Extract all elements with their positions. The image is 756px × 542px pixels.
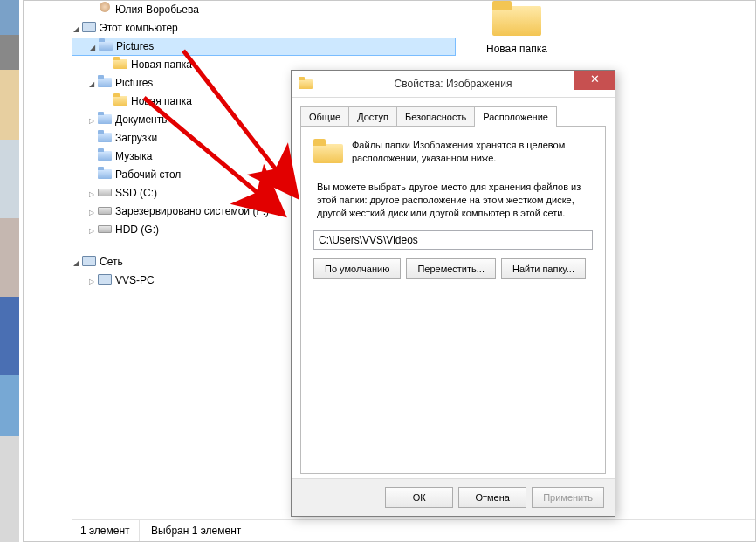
folder-media-icon (98, 148, 112, 162)
drive-icon (98, 203, 112, 217)
close-button[interactable]: ✕ (574, 71, 615, 90)
tab-безопасность[interactable]: Безопасность (396, 106, 475, 127)
find-target-button[interactable]: Найти папку... (501, 258, 586, 279)
tree-node-label: Загрузки (115, 132, 157, 144)
tree-node-label: Музыка (115, 150, 152, 162)
expand-icon[interactable] (87, 184, 96, 203)
folder-media-icon (98, 75, 112, 89)
folder-media-icon (99, 38, 113, 52)
status-count: 1 элемент (72, 520, 140, 541)
cancel-button[interactable]: Отмена (458, 487, 526, 508)
tree-node-label: Юлия Воробьева (115, 3, 199, 16)
move-button[interactable]: Переместить... (406, 258, 496, 279)
tree-node-label: VVS-PC (115, 274, 155, 286)
collapse-icon[interactable] (72, 19, 80, 38)
tree-node-label: Этот компьютер (100, 22, 178, 34)
collapse-icon[interactable] (72, 253, 80, 272)
folder-icon (492, 1, 541, 39)
expand-icon[interactable] (87, 271, 96, 291)
network-icon (82, 254, 96, 268)
dialog-tabs: ОбщиеДоступБезопасностьРасположениеНастр… (300, 106, 606, 127)
folder-icon (113, 57, 127, 71)
expand-icon[interactable] (87, 221, 96, 240)
content-folder-label: Новая папка (482, 43, 552, 55)
computer-icon (82, 20, 96, 34)
folder-media-icon (98, 112, 112, 126)
location-description: Вы можете выбрать другое место для хране… (313, 181, 593, 220)
expand-icon[interactable] (87, 111, 96, 130)
tree-node-label: SSD (C:) (115, 187, 157, 199)
tree-node-label: Pictures (116, 40, 154, 52)
restore-default-button[interactable]: По умолчанию (313, 258, 401, 279)
tree-node-label: Сеть (100, 256, 123, 268)
tree-node[interactable]: Юлия Воробьева (72, 1, 456, 19)
drive-icon (98, 185, 112, 199)
status-bar: 1 элемент Выбран 1 элемент (72, 519, 755, 541)
collapse-icon[interactable] (88, 38, 97, 56)
tree-node[interactable]: Этот компьютер (72, 19, 456, 38)
content-folder-item[interactable]: Новая папка (482, 1, 552, 55)
path-input[interactable] (313, 230, 593, 250)
computer-icon (98, 272, 112, 286)
folder-media-icon (98, 130, 112, 144)
folder-media-icon (98, 167, 112, 181)
dialog-titlebar[interactable]: Свойства: Изображения ✕ (292, 71, 615, 98)
apply-button[interactable]: Применить (532, 487, 604, 508)
tab-panel-location: Файлы папки Изображения хранятся в целев… (300, 126, 606, 474)
tree-node-label: HDD (G:) (115, 223, 159, 236)
desktop-icon-strip (0, 0, 19, 542)
dialog-footer: ОК Отмена Применить (292, 478, 615, 516)
tab-общие[interactable]: Общие (300, 106, 349, 127)
user-icon (98, 2, 112, 16)
location-intro-text: Файлы папки Изображения хранятся в целев… (352, 139, 593, 165)
tree-node[interactable]: Pictures (72, 38, 456, 56)
tree-node-label: Новая папка (131, 95, 192, 107)
dialog-title: Свойства: Изображения (292, 71, 615, 97)
tree-node-label: Pictures (115, 77, 153, 89)
folder-icon (113, 93, 127, 107)
status-selection: Выбран 1 элемент (142, 520, 250, 541)
ok-button[interactable]: ОК (385, 487, 453, 508)
tree-node-label: Новая папка (131, 58, 192, 71)
collapse-icon[interactable] (87, 74, 96, 93)
tree-node-label: Зарезервировано системой (F:) (115, 205, 269, 217)
drive-icon (98, 222, 112, 236)
tree-node-label: Рабочий стол (115, 168, 181, 181)
tab-расположение[interactable]: Расположение (474, 106, 557, 127)
expand-icon[interactable] (87, 202, 96, 222)
tree-node-label: Документы (115, 113, 169, 126)
tab-доступ[interactable]: Доступ (348, 106, 397, 127)
folder-icon (313, 139, 343, 165)
properties-dialog: Свойства: Изображения ✕ ОбщиеДоступБезоп… (291, 70, 615, 517)
